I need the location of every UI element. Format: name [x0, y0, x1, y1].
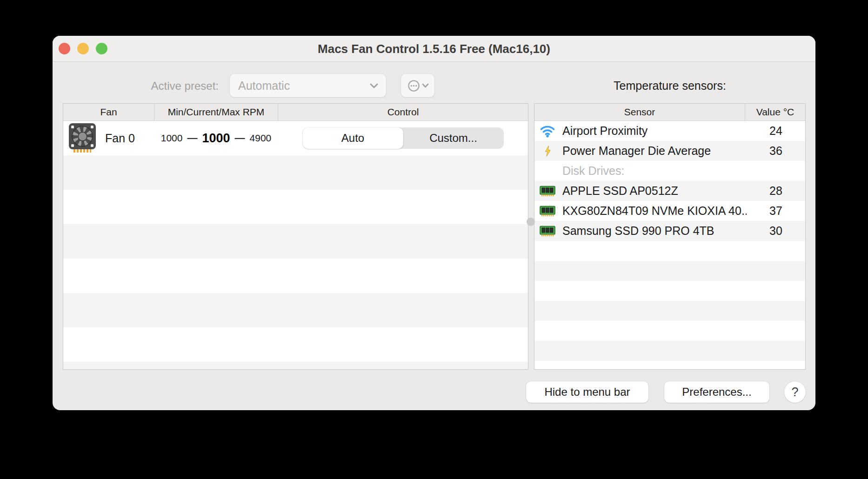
fan-table: Fan Min/Current/Max RPM Control Fan 0: [63, 103, 528, 370]
control-cell: Auto Custom...: [278, 127, 528, 149]
memory-icon: [539, 205, 556, 217]
fan-name: Fan 0: [105, 132, 135, 145]
column-header-sensor[interactable]: Sensor: [534, 104, 745, 120]
fan-cell: Fan 0: [63, 123, 154, 153]
column-header-rpm[interactable]: Min/Current/Max RPM: [154, 104, 278, 120]
pane-splitter-handle[interactable]: [527, 218, 535, 226]
preset-dropdown[interactable]: Automatic: [230, 74, 386, 97]
sensor-value: 36: [747, 144, 805, 158]
circle-ellipsis-icon: [407, 79, 421, 93]
auto-control-button[interactable]: Auto: [303, 127, 403, 149]
temperature-sensors-label: Temperature sensors:: [534, 79, 806, 93]
table-row[interactable]: Fan 0 1000 — 1000 — 4900 Auto Custom...: [63, 121, 528, 155]
table-row[interactable]: APPLE SSD AP0512Z 28: [534, 181, 805, 201]
sensor-table-rows: Airport Proximity 24 Power Manager Die A…: [534, 121, 805, 369]
column-header-control[interactable]: Control: [278, 104, 528, 120]
fan-table-header: Fan Min/Current/Max RPM Control: [63, 104, 528, 121]
rpm-separator: —: [235, 132, 245, 144]
section-label: Disk Drives:: [562, 164, 747, 178]
column-header-value[interactable]: Value °C: [745, 104, 805, 120]
lightning-icon: [539, 145, 556, 157]
help-button[interactable]: ?: [784, 381, 806, 403]
current-rpm: 1000: [202, 131, 230, 146]
app-window: Macs Fan Control 1.5.16 Free (Mac16,10) …: [53, 36, 815, 410]
titlebar: Macs Fan Control 1.5.16 Free (Mac16,10): [53, 36, 815, 62]
sensor-name: APPLE SSD AP0512Z: [562, 184, 747, 198]
custom-control-button[interactable]: Custom...: [403, 127, 504, 149]
table-section-row: Disk Drives:: [534, 161, 805, 181]
table-row[interactable]: KXG80ZN84T09 NVMe KIOXIA 40... 37: [534, 201, 805, 221]
memory-icon: [539, 185, 556, 197]
preset-actions-button[interactable]: [401, 74, 434, 97]
fan-table-rows: Fan 0 1000 — 1000 — 4900 Auto Custom...: [63, 121, 528, 369]
chevron-down-icon: [422, 83, 429, 88]
hide-to-menu-bar-button[interactable]: Hide to menu bar: [526, 381, 648, 403]
sensor-value: 24: [747, 124, 805, 138]
fan-icon: [69, 123, 96, 153]
window-title: Macs Fan Control 1.5.16 Free (Mac16,10): [53, 36, 815, 62]
table-row[interactable]: Airport Proximity 24: [534, 121, 805, 141]
sensor-name: KXG80ZN84T09 NVMe KIOXIA 40...: [562, 204, 747, 218]
table-row[interactable]: Power Manager Die Average 36: [534, 141, 805, 161]
sensor-value: 30: [747, 224, 805, 238]
sensor-name: Airport Proximity: [562, 124, 747, 138]
sensor-table: Sensor Value °C Airport Proximity 24: [534, 103, 806, 370]
rpm-separator: —: [187, 132, 197, 144]
column-header-fan[interactable]: Fan: [63, 104, 154, 120]
preferences-button[interactable]: Preferences...: [664, 381, 769, 403]
max-rpm: 4900: [250, 133, 272, 144]
sensor-value: 37: [747, 204, 805, 218]
chevron-down-icon: [369, 83, 379, 89]
preset-dropdown-value: Automatic: [238, 79, 369, 93]
sensor-name: Power Manager Die Average: [562, 144, 747, 158]
active-preset-label: Active preset:: [122, 80, 219, 93]
sensor-value: 28: [747, 184, 805, 198]
sensor-name: Samsung SSD 990 PRO 4TB: [562, 224, 747, 238]
sensor-table-header: Sensor Value °C: [534, 104, 805, 121]
rpm-cell: 1000 — 1000 — 4900: [154, 131, 278, 146]
min-rpm: 1000: [161, 133, 183, 144]
fan-control-segmented: Auto Custom...: [303, 127, 504, 149]
memory-icon: [539, 225, 556, 237]
fan-connector-pins: [73, 149, 91, 153]
wifi-icon: [539, 124, 556, 138]
table-row[interactable]: Samsung SSD 990 PRO 4TB 30: [534, 221, 805, 241]
